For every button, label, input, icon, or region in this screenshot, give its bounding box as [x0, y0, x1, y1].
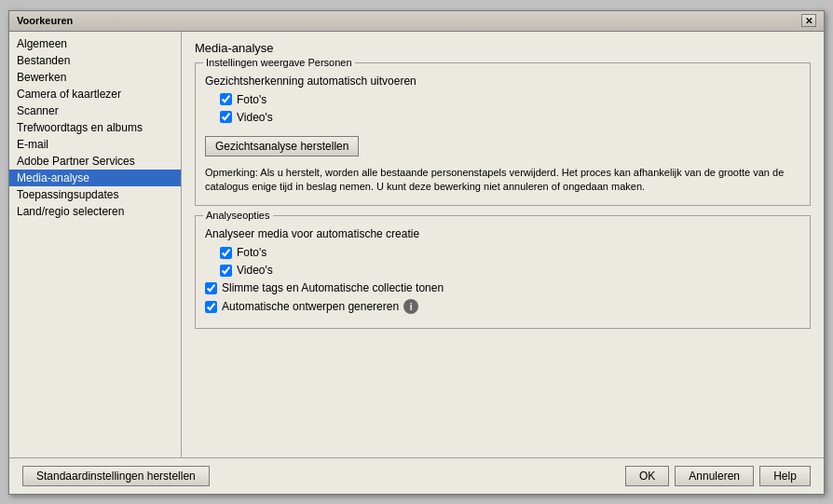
videos-checkbox-row-2: Video's	[220, 264, 800, 277]
cancel-button[interactable]: Annuleren	[675, 466, 754, 486]
videos-checkbox-1[interactable]	[220, 111, 232, 123]
photos-checkbox-1[interactable]	[220, 93, 232, 105]
main-content: Media-analyse Instellingen weergave Pers…	[182, 32, 824, 457]
dialog-body: AlgemeenBestandenBewerkenCamera of kaart…	[9, 32, 824, 457]
persons-group-label: Instellingen weergave Personen	[203, 57, 355, 68]
sidebar-item-7[interactable]: Adobe Partner Services	[9, 153, 181, 170]
sidebar-item-3[interactable]: Camera of kaartlezer	[9, 86, 181, 102]
analyze-media-label: Analyseer media voor automatische creati…	[205, 227, 800, 240]
persons-settings-group: Instellingen weergave Personen Gezichtsh…	[195, 62, 811, 207]
photos-checkbox-2[interactable]	[220, 247, 232, 259]
reset-face-analysis-button[interactable]: Gezichtsanalyse herstellen	[205, 136, 359, 157]
info-icon[interactable]: i	[403, 299, 418, 314]
notice-text: Opmerking: Als u herstelt, worden alle b…	[205, 166, 800, 195]
close-button[interactable]: ✕	[801, 14, 816, 27]
analysis-group-label: Analyseopties	[203, 210, 273, 221]
help-button[interactable]: Help	[759, 466, 811, 486]
sidebar: AlgemeenBestandenBewerkenCamera of kaart…	[9, 32, 182, 457]
photos-label-1: Foto's	[237, 93, 266, 106]
videos-checkbox-2[interactable]	[220, 265, 232, 277]
videos-label-2: Video's	[237, 264, 273, 277]
section-title: Media-analyse	[195, 41, 811, 55]
sidebar-item-2[interactable]: Bewerken	[9, 69, 181, 86]
preferences-dialog: Voorkeuren ✕ AlgemeenBestandenBewerkenCa…	[8, 10, 825, 495]
bottom-bar-left: Standaardinstellingen herstellen	[22, 466, 625, 486]
bottom-bar: Standaardinstellingen herstellen OK Annu…	[9, 457, 824, 494]
photos-checkbox-row-2: Foto's	[220, 246, 800, 259]
sidebar-item-0[interactable]: Algemeen	[9, 35, 181, 52]
smart-tags-checkbox-row: Slimme tags en Automatische collectie to…	[205, 281, 800, 294]
analysis-options-group: Analyseopties Analyseer media voor autom…	[195, 215, 811, 329]
auto-designs-checkbox-row: Automatische ontwerpen genereren i	[205, 299, 800, 314]
videos-label-1: Video's	[237, 111, 273, 124]
sidebar-item-6[interactable]: E-mail	[9, 136, 181, 153]
auto-designs-label: Automatische ontwerpen genereren	[222, 300, 399, 313]
analysis-group-content: Analyseer media voor automatische creati…	[205, 227, 800, 314]
sidebar-item-4[interactable]: Scanner	[9, 102, 181, 119]
bottom-bar-right: OK Annuleren Help	[625, 466, 811, 486]
sidebar-item-8[interactable]: Media-analyse	[9, 170, 181, 186]
sidebar-item-10[interactable]: Land/regio selecteren	[9, 203, 181, 220]
dialog-title: Voorkeuren	[17, 15, 73, 26]
reset-defaults-button[interactable]: Standaardinstellingen herstellen	[22, 466, 210, 486]
sidebar-item-1[interactable]: Bestanden	[9, 52, 181, 69]
sidebar-item-9[interactable]: Toepassingsupdates	[9, 186, 181, 203]
videos-checkbox-row-1: Video's	[220, 111, 800, 124]
ok-button[interactable]: OK	[625, 466, 669, 486]
sidebar-item-5[interactable]: Trefwoordtags en albums	[9, 119, 181, 136]
photos-label-2: Foto's	[237, 246, 266, 259]
smart-tags-checkbox[interactable]	[205, 282, 217, 294]
persons-group-content: Gezichtsherkenning automatisch uitvoeren…	[205, 75, 800, 195]
smart-tags-label: Slimme tags en Automatische collectie to…	[222, 281, 444, 294]
auto-designs-checkbox[interactable]	[205, 301, 217, 313]
title-bar: Voorkeuren ✕	[9, 11, 824, 32]
face-recognition-label: Gezichtsherkenning automatisch uitvoeren	[205, 75, 800, 88]
photos-checkbox-row-1: Foto's	[220, 93, 800, 106]
